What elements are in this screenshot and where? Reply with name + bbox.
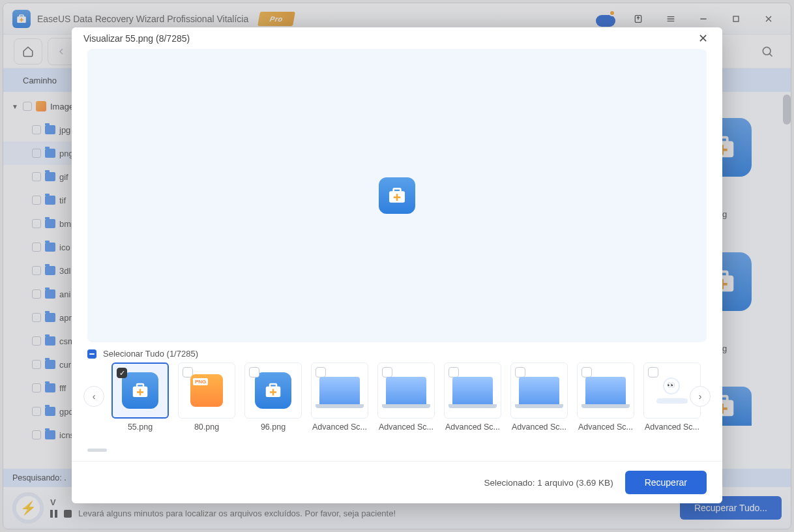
thumb-checkbox[interactable] [249,367,259,377]
laptop-icon [519,377,559,404]
thumbnail-item[interactable]: ✓55.png [111,362,169,432]
thumb-label: 80.png [177,422,236,432]
thumb-checkbox[interactable] [581,367,592,377]
assistant-icon [654,377,690,404]
modal-overlay: Visualizar 55.png (8/7285) ✕ Selecionar … [0,0,794,532]
thumb-label: 55.png [111,422,169,432]
thumb-checkbox[interactable] [515,367,525,377]
preview-canvas [87,49,707,342]
thumb-label: Advanced Sc... [310,422,369,432]
modal-header: Visualizar 55.png (8/7285) ✕ [72,27,722,49]
png-icon [190,374,223,407]
laptop-icon [386,377,426,404]
modal-footer: Selecionado: 1 arquivo (3.69 KB) Recuper… [72,462,722,503]
recover-button[interactable]: Recuperar [625,471,707,494]
thumb-label: Advanced Sc... [510,422,568,432]
thumbnail-item[interactable]: 96.png [244,362,302,432]
thumbnail-item[interactable]: 80.png [177,362,236,432]
laptop-icon [452,377,493,404]
preview-image-icon [379,177,415,214]
close-icon[interactable]: ✕ [696,29,711,48]
thumb-label: Advanced Sc... [643,422,701,432]
selection-summary: Selecionado: 1 arquivo (3.69 KB) [484,478,613,488]
laptop-icon [585,377,626,404]
thumbnail-item[interactable]: Advanced Sc... [443,362,502,432]
app-icon [122,372,158,409]
laptop-icon [319,377,360,404]
thumbnail-item[interactable]: Advanced Sc... [377,362,435,432]
modal-title: Visualizar 55.png (8/7285) [83,33,190,44]
app-icon [255,372,291,409]
thumbnail-item[interactable]: Advanced Sc... [576,362,635,432]
thumb-checkbox[interactable] [648,367,658,377]
thumbnail-item[interactable]: Advanced Sc... [310,362,369,432]
select-all-label: Selecionar Tudo (1/7285) [103,349,198,359]
thumb-checkbox[interactable] [382,367,392,377]
thumbnail-item[interactable]: Advanced Sc... [510,362,568,432]
thumb-label: 96.png [244,422,302,432]
select-all-checkbox[interactable] [87,349,96,359]
thumb-checkbox[interactable] [316,367,326,377]
thumb-scrollbar[interactable] [87,449,107,452]
thumb-label: Advanced Sc... [443,422,502,432]
thumbnail-strip: ‹ ✓55.png80.png96.pngAdvanced Sc...Advan… [78,362,716,442]
preview-modal: Visualizar 55.png (8/7285) ✕ Selecionar … [72,27,722,503]
thumb-label: Advanced Sc... [377,422,435,432]
thumb-checkbox[interactable] [448,367,459,377]
thumb-label: Advanced Sc... [576,422,635,432]
select-all-row: Selecionar Tudo (1/7285) [72,349,722,359]
thumb-checkbox[interactable]: ✓ [117,368,127,378]
